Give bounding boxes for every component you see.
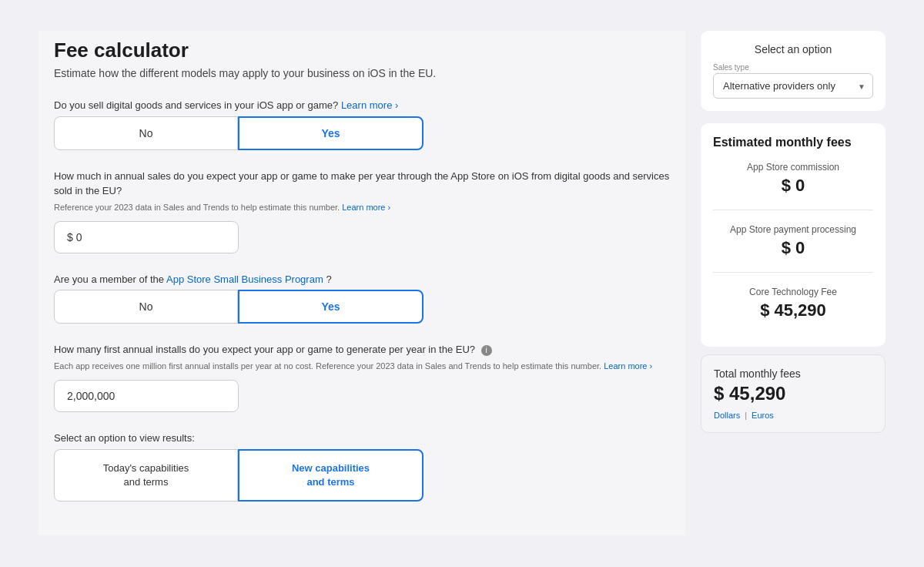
page-subtitle: Estimate how the different models may ap… — [54, 67, 670, 79]
question-2-text: How much in annual sales do you expect y… — [54, 169, 670, 199]
sales-type-select[interactable]: Alternative providers only App Store onl… — [713, 73, 873, 99]
sidebar-select-title: Select an option — [713, 43, 873, 55]
q1-no-button[interactable]: No — [54, 116, 238, 150]
currency-toggle: Dollars | Euros — [714, 411, 872, 420]
question-5: Select an option to view results: Today'… — [54, 431, 670, 502]
q3-button-group: No Yes — [54, 290, 424, 324]
total-value: $ 45,290 — [714, 383, 872, 404]
currency-divider: | — [745, 411, 747, 420]
ctf-label: Core Technology Fee — [713, 287, 873, 297]
ctf-value: $ 45,290 — [713, 300, 873, 320]
q5-new-button[interactable]: New capabilitiesand terms — [238, 449, 424, 502]
question-1-text: Do you sell digital goods and services i… — [54, 98, 670, 113]
question-4: How many first annual installs do you ex… — [54, 342, 670, 412]
question-4-text: How many first annual installs do you ex… — [54, 342, 670, 357]
q4-info-icon[interactable]: i — [481, 345, 492, 356]
commission-value: $ 0 — [713, 176, 873, 196]
page-title: Fee calculator — [54, 39, 670, 62]
q5-today-button[interactable]: Today's capabilitiesand terms — [54, 449, 238, 502]
ctf-fee-item: Core Technology Fee $ 45,290 — [713, 287, 873, 334]
payment-label: App Store payment processing — [713, 224, 873, 235]
q4-input[interactable] — [54, 380, 239, 412]
q2-input[interactable] — [54, 221, 239, 253]
total-label: Total monthly fees — [714, 367, 872, 380]
q3-no-button[interactable]: No — [54, 290, 238, 324]
currency-euros-link[interactable]: Euros — [752, 411, 774, 420]
q1-button-group: No Yes — [54, 116, 424, 150]
question-3-text: Are you a member of the App Store Small … — [54, 272, 670, 287]
total-panel: Total monthly fees $ 45,290 Dollars | Eu… — [701, 354, 886, 433]
payment-value: $ 0 — [713, 238, 873, 258]
sidebar: Select an option Sales type Alternative … — [701, 31, 886, 535]
q3-yes-button[interactable]: Yes — [238, 290, 424, 324]
sales-type-select-wrapper: Sales type Alternative providers only Ap… — [713, 63, 873, 99]
q2-learn-more-link[interactable]: Learn more › — [342, 203, 390, 212]
question-2-subtext: Reference your 2023 data in Sales and Tr… — [54, 202, 670, 213]
q1-yes-button[interactable]: Yes — [238, 116, 424, 150]
q5-button-group: Today's capabilitiesand terms New capabi… — [54, 449, 424, 502]
fees-panel: Estimated monthly fees App Store commiss… — [701, 123, 886, 347]
sales-type-select-container: Alternative providers only App Store onl… — [713, 73, 873, 99]
q3-program-link[interactable]: App Store Small Business Program — [166, 273, 323, 285]
fees-title: Estimated monthly fees — [713, 136, 873, 149]
question-3: Are you a member of the App Store Small … — [54, 272, 670, 324]
select-label: Sales type — [713, 63, 873, 72]
question-5-text: Select an option to view results: — [54, 431, 670, 446]
commission-label: App Store commission — [713, 162, 873, 173]
payment-fee-item: App Store payment processing $ 0 — [713, 224, 873, 273]
question-2: How much in annual sales do you expect y… — [54, 169, 670, 253]
commission-fee-item: App Store commission $ 0 — [713, 162, 873, 210]
question-1: Do you sell digital goods and services i… — [54, 98, 670, 150]
question-4-subtext: Each app receives one million first annu… — [54, 361, 670, 372]
sidebar-top-panel: Select an option Sales type Alternative … — [701, 31, 886, 111]
q1-learn-more-link[interactable]: Learn more › — [341, 99, 398, 111]
q4-learn-more-link[interactable]: Learn more › — [604, 361, 652, 371]
currency-dollars-link[interactable]: Dollars — [714, 411, 740, 420]
